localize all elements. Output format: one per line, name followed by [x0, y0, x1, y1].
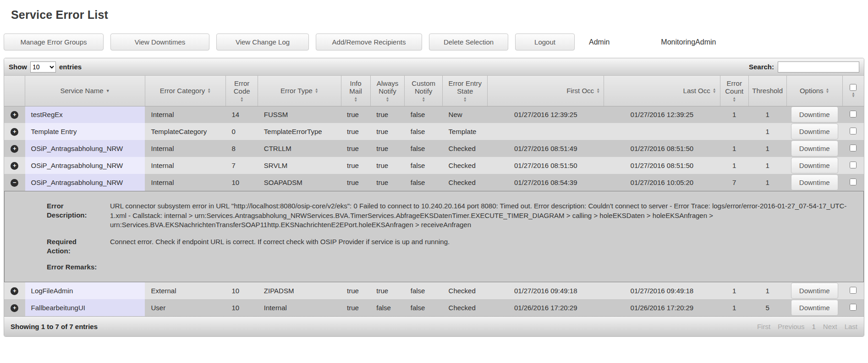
- row-checkbox[interactable]: [850, 128, 857, 134]
- expand-row-icon[interactable]: [11, 145, 18, 153]
- table-row: testRegExInternal14FUSSMtruetruefalseNew…: [4, 106, 864, 123]
- pagination-first[interactable]: First: [757, 323, 770, 330]
- row-checkbox[interactable]: [850, 179, 857, 185]
- cell-error-code: 14: [225, 106, 258, 123]
- cell-error-entry-state: Checked: [443, 140, 488, 157]
- cell-error-count: 1: [720, 299, 748, 316]
- expand-row-icon[interactable]: [11, 162, 18, 170]
- detail-field: Error Description:URL connector subsyste…: [47, 201, 850, 230]
- row-checkbox[interactable]: [850, 111, 857, 117]
- column-header-options[interactable]: Options▲▼: [786, 76, 842, 106]
- column-header-custom-notify[interactable]: Custom Notify▲▼: [405, 76, 443, 106]
- cell-error-category: TemplateCategory: [145, 123, 225, 140]
- options-cell: Downtime: [786, 123, 842, 140]
- toolbar-button-view-downtimes[interactable]: View Downtimes: [110, 34, 209, 50]
- column-header-error-category[interactable]: Error Category▲▼: [145, 76, 225, 106]
- downtime-button[interactable]: Downtime: [791, 123, 838, 140]
- column-header-error-entry-state[interactable]: Error Entry State▲▼: [443, 76, 488, 106]
- pagination: FirstPrevious1NextLast: [757, 323, 857, 330]
- pagination-next[interactable]: Next: [823, 323, 837, 330]
- toolbar-button-view-change-log[interactable]: View Change Log: [216, 34, 309, 50]
- row-checkbox[interactable]: [850, 145, 857, 151]
- cell-last-occ: 01/26/2016 17:20:29: [604, 299, 720, 316]
- page-length-select[interactable]: 10: [30, 61, 56, 73]
- sort-both-icon: ▲▼: [463, 97, 467, 102]
- toolbar-button-delete-selection[interactable]: Delete Selection: [429, 34, 508, 50]
- downtime-button[interactable]: Downtime: [791, 106, 838, 123]
- service-error-list-page: Service Error List Manage Error GroupsVi…: [0, 0, 868, 346]
- detail-field-label: Required Action:: [47, 237, 98, 255]
- toolbar-buttons: Manage Error GroupsView DowntimesView Ch…: [4, 34, 582, 50]
- expand-row-icon[interactable]: [11, 128, 18, 136]
- cell-info-mail: true: [341, 299, 370, 316]
- cell-error-code: 10: [225, 282, 258, 299]
- cell-last-occ: [604, 123, 720, 140]
- sort-both-icon: ▲▼: [596, 88, 600, 94]
- cell-error-entry-state: Checked: [443, 299, 488, 316]
- row-checkbox[interactable]: [850, 304, 857, 311]
- pagination-previous[interactable]: Previous: [778, 323, 804, 330]
- cell-error-type: TemplateErrorType: [258, 123, 341, 140]
- options-cell: Downtime: [786, 140, 842, 157]
- detail-field-label: Error Remarks:: [47, 262, 98, 272]
- cell-always-notify: true: [370, 123, 405, 140]
- column-header-error-type[interactable]: Error Type▲▼: [258, 76, 341, 106]
- column-header-error-count[interactable]: Error Count▲▼: [720, 76, 748, 106]
- cell-last-occ: 01/27/2016 08:51:50: [604, 140, 720, 157]
- cell-first-occ: 01/27/2016 12:39:25: [488, 106, 604, 123]
- table-header-row: Service Name▼Error Category▲▼Error Code▲…: [4, 76, 864, 106]
- column-label-error-count: Error Count: [723, 79, 746, 95]
- cell-error-category: User: [145, 299, 225, 316]
- downtime-button[interactable]: Downtime: [791, 157, 838, 173]
- pagination-1[interactable]: 1: [812, 323, 815, 330]
- cell-custom-notify: false: [405, 157, 443, 174]
- search-label: Search:: [749, 63, 774, 71]
- cell-error-entry-state: Checked: [443, 157, 488, 174]
- cell-service-name: FallbearbeitungUI: [25, 299, 145, 316]
- toolbar-button-add-remove-recipients[interactable]: Add/Remove Recipients: [316, 34, 422, 50]
- toolbar: Manage Error GroupsView DowntimesView Ch…: [4, 34, 864, 50]
- expand-row-icon[interactable]: [11, 304, 18, 312]
- cell-always-notify: true: [370, 174, 405, 191]
- column-header-last-occ[interactable]: Last Occ▲▼: [604, 76, 720, 106]
- cell-custom-notify: false: [405, 106, 443, 123]
- table-row: FallbearbeitungUIUser10Internaltruefalse…: [4, 299, 864, 316]
- downtime-button[interactable]: Downtime: [791, 174, 838, 190]
- table-row: Template EntryTemplateCategory0TemplateE…: [4, 123, 864, 140]
- column-header-always-notify[interactable]: Always Notify▲▼: [370, 76, 405, 106]
- column-header-service-name[interactable]: Service Name▼: [25, 76, 145, 106]
- downtime-button[interactable]: Downtime: [791, 283, 838, 299]
- column-header-threshold[interactable]: Threshold: [748, 76, 786, 106]
- collapse-row-icon[interactable]: [11, 179, 18, 187]
- column-header-info-mail[interactable]: Info Mail▲▼: [341, 76, 370, 106]
- column-label-info-mail: Info Mail: [344, 79, 368, 95]
- pagination-last[interactable]: Last: [845, 323, 857, 330]
- toolbar-button-manage-error-groups[interactable]: Manage Error Groups: [4, 34, 104, 50]
- column-header-error-code[interactable]: Error Code▲▼: [225, 76, 258, 106]
- detail-field-value: [110, 262, 850, 272]
- sort-both-icon: ▲▼: [732, 97, 736, 102]
- cell-error-code: 0: [225, 123, 258, 140]
- table-footer-bar: Showing 1 to 7 of 7 entries FirstPreviou…: [4, 316, 864, 336]
- column-header-select[interactable]: ▲▼: [842, 76, 864, 106]
- cell-error-code: 10: [225, 299, 258, 316]
- expand-row-icon[interactable]: [11, 287, 18, 295]
- cell-last-occ: 01/27/2016 08:51:50: [604, 157, 720, 174]
- downtime-button[interactable]: Downtime: [791, 140, 838, 156]
- sort-both-icon: ▲▼: [354, 97, 357, 102]
- cell-error-entry-state: Template: [443, 123, 488, 140]
- row-checkbox[interactable]: [850, 287, 857, 294]
- select-cell: [842, 106, 864, 123]
- row-checkbox[interactable]: [850, 162, 857, 168]
- select-all-checkbox[interactable]: [850, 84, 857, 91]
- entries-info: Showing 1 to 7 of 7 entries: [11, 323, 98, 330]
- toolbar-button-logout[interactable]: Logout: [515, 34, 575, 50]
- expand-row-icon[interactable]: [11, 111, 18, 119]
- column-label-options: Options: [800, 87, 824, 95]
- row-detail-panel-row: Error Description:URL connector subsyste…: [4, 191, 864, 282]
- downtime-button[interactable]: Downtime: [791, 300, 838, 316]
- column-header-first-occ[interactable]: First Occ▲▼: [488, 76, 604, 106]
- user-label: MonitoringAdmin: [661, 38, 716, 46]
- search-input[interactable]: [778, 61, 859, 73]
- entries-label: entries: [59, 63, 82, 71]
